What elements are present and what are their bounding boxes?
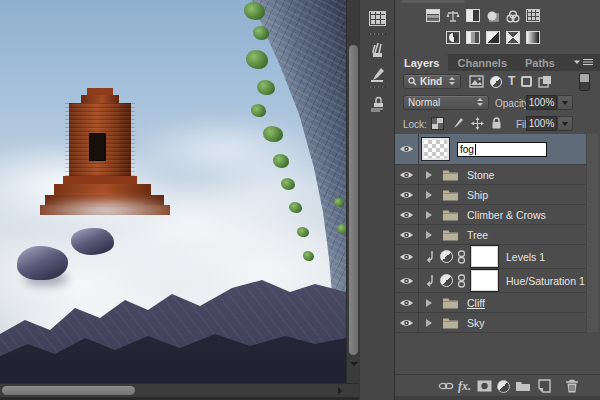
layer-visibility-toggle[interactable] — [395, 205, 419, 224]
invert-adjustment-icon[interactable] — [446, 31, 460, 44]
ivy-leaves — [281, 178, 295, 190]
add-layer-mask-button[interactable] — [476, 378, 493, 394]
color-lookup-adjustment-icon[interactable] — [526, 9, 540, 22]
disclosure-triangle-icon[interactable] — [426, 211, 436, 219]
hue-saturation-adjustment-icon[interactable] — [426, 9, 440, 22]
new-group-button[interactable] — [514, 378, 531, 394]
layer-row[interactable]: Cliff — [395, 293, 586, 313]
blend-mode-row: Normal Opacity: 100% — [395, 92, 600, 113]
mask-link-icon[interactable] — [457, 250, 466, 264]
lock-image-pixels-icon[interactable] — [451, 117, 464, 130]
vertical-scrollbar[interactable] — [346, 0, 359, 383]
layer-mask-thumbnail[interactable] — [471, 270, 498, 291]
adjustment-layer-filter-icon[interactable] — [490, 76, 502, 88]
scroll-right-arrow[interactable] — [338, 387, 346, 395]
ivy-leaves — [263, 126, 283, 142]
fill-dropdown-button[interactable] — [557, 116, 573, 131]
text-caret — [475, 144, 476, 155]
layer-visibility-toggle[interactable] — [395, 225, 419, 244]
link-layers-button[interactable] — [437, 378, 454, 394]
layer-row[interactable]: Sky — [395, 313, 586, 333]
layer-name-input[interactable]: fog — [457, 142, 547, 157]
layer-row[interactable]: Climber & Crows — [395, 205, 586, 225]
tab-layers[interactable]: Layers — [395, 54, 448, 71]
layer-row[interactable]: Stone — [395, 165, 586, 185]
layer-visibility-toggle[interactable] — [395, 165, 419, 184]
color-balance-adjustment-icon[interactable] — [446, 9, 460, 22]
pixel-layer-filter-icon[interactable] — [469, 75, 484, 88]
layer-row[interactable]: Levels 1 — [395, 245, 586, 269]
layer-row[interactable]: Hue/Saturation 1 — [395, 269, 586, 293]
panel-menu-button[interactable] — [574, 58, 594, 67]
panels-column: Layers Channels Paths Kind T — [394, 0, 600, 400]
dock-grip[interactable] — [369, 86, 386, 88]
eye-icon — [399, 210, 414, 220]
group-folder-icon — [442, 208, 459, 221]
group-folder-icon — [442, 296, 459, 309]
layer-visibility-toggle[interactable] — [395, 313, 419, 332]
black-and-white-adjustment-icon[interactable] — [466, 9, 480, 22]
filtering-toggle-switch[interactable] — [579, 73, 590, 91]
layers-list-scroll-gutter[interactable] — [586, 134, 598, 332]
gradient-map-adjustment-icon[interactable] — [526, 31, 540, 44]
layer-style-button[interactable]: fx. — [456, 378, 473, 394]
panel-tab-bar: Layers Channels Paths — [395, 54, 600, 71]
opacity-dropdown-button[interactable] — [557, 95, 573, 110]
lock-all-icon[interactable] — [491, 117, 502, 130]
disclosure-triangle-icon[interactable] — [426, 319, 436, 327]
channel-mixer-adjustment-icon[interactable] — [506, 9, 520, 22]
brush-presets-panel-icon[interactable] — [364, 37, 391, 63]
new-adjustment-layer-button[interactable] — [495, 378, 512, 394]
layer-visibility-toggle[interactable] — [395, 185, 419, 204]
vertical-scrollbar-thumb[interactable] — [349, 45, 358, 355]
posterize-adjustment-icon[interactable] — [466, 31, 480, 44]
tab-paths[interactable]: Paths — [516, 54, 564, 71]
shape-layer-filter-icon[interactable] — [521, 76, 532, 87]
brush-panel-icon[interactable] — [364, 62, 391, 88]
lock-position-icon[interactable] — [471, 117, 484, 130]
layer-visibility-toggle[interactable] — [395, 269, 419, 292]
clipping-mask-icon — [425, 274, 434, 287]
scroll-down-arrow[interactable] — [350, 362, 358, 370]
new-layer-button[interactable] — [535, 378, 552, 394]
opacity-value[interactable]: 100% — [526, 95, 557, 110]
layer-visibility-toggle[interactable] — [395, 134, 419, 164]
updown-arrows-icon — [448, 76, 456, 87]
fill-value[interactable]: 100% — [526, 116, 557, 131]
disclosure-triangle-icon[interactable] — [426, 231, 436, 239]
type-layer-filter-icon[interactable]: T — [508, 75, 515, 88]
threshold-adjustment-icon[interactable] — [486, 31, 500, 44]
layer-name: Hue/Saturation 1 — [506, 275, 585, 287]
layer-row[interactable]: fog — [395, 134, 586, 165]
smart-object-filter-icon[interactable] — [538, 75, 552, 88]
swatches-panel-icon[interactable] — [364, 5, 391, 31]
layer-name: Tree — [467, 229, 488, 241]
lock-transparent-pixels-icon[interactable] — [431, 117, 444, 130]
photo-filter-adjustment-icon[interactable] — [486, 9, 500, 22]
disclosure-triangle-icon[interactable] — [426, 299, 436, 307]
layer-row[interactable]: Ship — [395, 185, 586, 205]
delete-layer-button[interactable] — [563, 378, 580, 394]
eye-icon — [399, 190, 414, 200]
document-canvas[interactable] — [0, 0, 346, 383]
disclosure-triangle-icon[interactable] — [426, 171, 436, 179]
clone-source-panel-icon[interactable] — [364, 90, 391, 116]
layer-thumbnail[interactable] — [422, 138, 449, 160]
layer-visibility-toggle[interactable] — [395, 245, 419, 268]
layer-visibility-toggle[interactable] — [395, 293, 419, 312]
horizontal-scrollbar[interactable] — [0, 383, 359, 397]
filter-kind-dropdown[interactable]: Kind — [403, 74, 461, 89]
layer-mask-thumbnail[interactable] — [471, 246, 498, 267]
ivy-leaves — [246, 50, 268, 69]
mask-link-icon[interactable] — [457, 274, 466, 288]
disclosure-triangle-icon[interactable] — [426, 191, 436, 199]
selective-color-adjustment-icon[interactable] — [506, 31, 520, 44]
layer-row[interactable]: Tree — [395, 225, 586, 245]
dock-grip[interactable] — [369, 33, 386, 35]
layers-panel-bottom-bar: fx. — [395, 374, 600, 397]
filter-kind-label: Kind — [420, 76, 442, 87]
horizontal-scrollbar-thumb[interactable] — [2, 386, 135, 395]
blend-mode-dropdown[interactable]: Normal — [403, 95, 489, 110]
tab-channels[interactable]: Channels — [448, 54, 516, 71]
eye-icon — [399, 230, 414, 240]
